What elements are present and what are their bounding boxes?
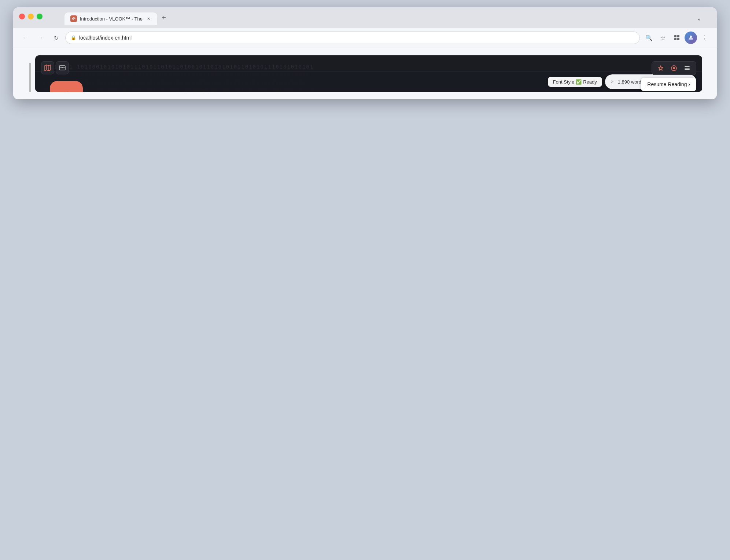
lock-icon: 🔒 (71, 35, 76, 40)
toolbar-left (41, 61, 69, 74)
tab-bar: Introduction - VLOOK™ - The ✕ + (64, 12, 170, 25)
map-button[interactable] (41, 61, 54, 74)
title-bar: Introduction - VLOOK™ - The ✕ + ⌄ (13, 7, 717, 28)
active-tab[interactable]: Introduction - VLOOK™ - The ✕ (64, 12, 157, 25)
bottom-bar: Font Style ✅ Ready > 1,890 words | (35, 71, 702, 92)
address-text: localhost/index-en.html (79, 35, 634, 41)
font-style-badge: Font Style ✅ Ready (548, 77, 602, 87)
refresh-button[interactable]: ↻ (50, 32, 62, 44)
nav-bar: ← → ↻ 🔒 localhost/index-en.html 🔍 ☆ (13, 28, 717, 48)
svg-rect-4 (677, 38, 679, 40)
tab-close-button[interactable]: ✕ (145, 16, 151, 22)
profile-button[interactable] (685, 32, 697, 44)
search-icon[interactable]: 🔍 (643, 32, 655, 44)
page-content: 01110101 1010001010101011101011010110100… (13, 48, 717, 99)
minimize-button[interactable] (28, 14, 34, 19)
scrollbar[interactable] (28, 55, 32, 92)
menu-icon[interactable]: ⋮ (698, 32, 711, 44)
new-tab-button[interactable]: + (158, 12, 170, 23)
address-bar[interactable]: 🔒 localhost/index-en.html (65, 32, 640, 44)
vlook-page: 01110101 1010001010101011101011010110100… (35, 55, 702, 92)
inbox-button[interactable] (56, 61, 69, 74)
font-style-ready: Ready (583, 79, 597, 85)
browser-window: Introduction - VLOOK™ - The ✕ + ⌄ ← → ↻ … (13, 7, 717, 99)
svg-point-0 (73, 19, 74, 20)
font-style-status-icon: ✅ (576, 79, 582, 85)
svg-point-6 (690, 36, 692, 38)
extensions-icon[interactable] (671, 32, 683, 44)
svg-rect-1 (674, 35, 676, 37)
forward-button[interactable]: → (34, 32, 47, 44)
scrollbar-thumb (29, 63, 31, 92)
back-button[interactable]: ← (19, 32, 32, 44)
toolbar-group (652, 61, 696, 75)
vlook-logo (50, 81, 83, 92)
font-style-label: Font Style (553, 79, 575, 85)
word-count-expand[interactable]: > (611, 79, 613, 84)
bookmark-icon[interactable]: ☆ (657, 32, 669, 44)
svg-rect-3 (674, 38, 676, 40)
resume-reading-label: Resume Reading › (647, 81, 690, 87)
sparkle-button[interactable] (655, 63, 667, 73)
word-count: 1,890 words (618, 79, 644, 85)
svg-rect-2 (677, 35, 679, 37)
close-button[interactable] (19, 14, 25, 19)
circle-button[interactable] (668, 63, 680, 73)
tab-title: Introduction - VLOOK™ - The (80, 16, 143, 22)
maximize-button[interactable] (37, 14, 43, 19)
nav-right-icons: 🔍 ☆ (643, 32, 711, 44)
vlook-toolbar (652, 61, 696, 75)
resume-reading-button[interactable]: Resume Reading › (641, 77, 696, 91)
expand-button[interactable]: ⌄ (693, 12, 705, 25)
svg-point-21 (673, 67, 675, 69)
traffic-lights (19, 14, 43, 19)
layers-button[interactable] (681, 63, 693, 73)
tab-favicon (70, 15, 77, 22)
